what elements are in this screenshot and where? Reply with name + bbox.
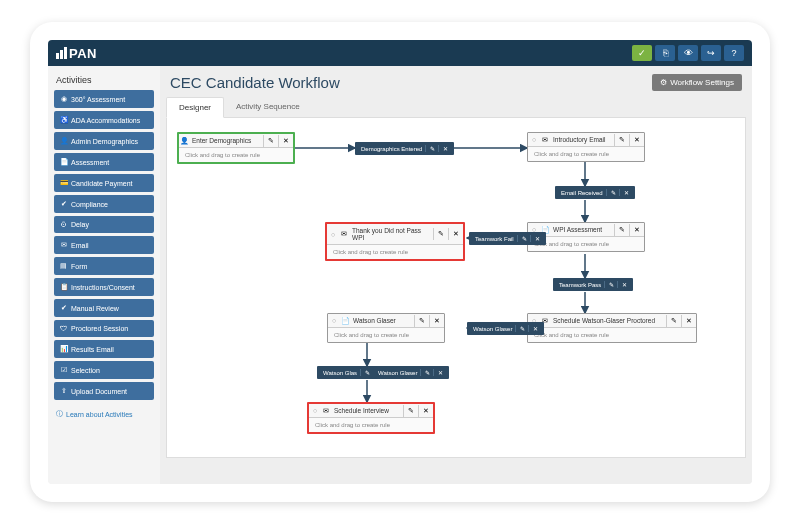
close-icon[interactable]: ✕ [617, 281, 627, 288]
sidebar-item-icon: ⏲ [60, 221, 67, 228]
sidebar-item-label: Proctored Session [71, 325, 128, 332]
node-watson-glaser[interactable]: ○📄Watson Glaser✎✕ Click and drag to crea… [327, 313, 445, 343]
sidebar-item-upload-document[interactable]: ⇪Upload Document [54, 382, 154, 400]
main-content: CEC Candidate Workflow ⚙ Workflow Settin… [160, 66, 752, 484]
close-icon[interactable]: ✕ [438, 145, 448, 152]
node-enter-demographics[interactable]: 👤Enter Demographics✎✕ Click and drag to … [177, 132, 295, 164]
tab-designer[interactable]: Designer [166, 97, 224, 118]
sidebar-item-email[interactable]: ✉Email [54, 236, 154, 254]
connector-arrows [167, 118, 745, 457]
edit-icon[interactable]: ✎ [604, 281, 614, 288]
connector-teamwork-fail[interactable]: Teamwork Fail✎✕ [469, 232, 546, 245]
sidebar-title: Activities [54, 72, 154, 90]
topbar-action-help[interactable]: ? [724, 45, 744, 61]
sidebar-item-form[interactable]: ▤Form [54, 257, 154, 275]
close-icon[interactable]: ✕ [418, 405, 433, 417]
topbar-action-share[interactable]: ↪ [701, 45, 721, 61]
page-title: CEC Candidate Workflow [170, 74, 340, 91]
edit-icon[interactable]: ✎ [517, 235, 527, 242]
edit-icon[interactable]: ✎ [360, 369, 370, 376]
edit-icon[interactable]: ✎ [614, 224, 629, 236]
sidebar-item-label: 360° Assessment [71, 96, 125, 103]
sidebar-item-label: Delay [71, 221, 89, 228]
connector-demographics-entered[interactable]: Demographics Entered✎✕ [355, 142, 454, 155]
close-icon[interactable]: ✕ [278, 135, 293, 147]
sidebar-item-label: Manual Review [71, 305, 119, 312]
sidebar-item-icon: ◉ [60, 95, 67, 103]
sidebar-item-icon: ⇪ [60, 387, 67, 395]
radio-icon[interactable]: ○ [328, 317, 340, 324]
info-icon: ⓘ [56, 409, 63, 419]
workflow-settings-button[interactable]: ⚙ Workflow Settings [652, 74, 742, 91]
mail-icon: ✉ [339, 230, 349, 238]
topbar-action-copy[interactable]: ⎘ [655, 45, 675, 61]
connector-watson-glaser-2[interactable]: Watson Glaser✎✕ [372, 366, 449, 379]
sidebar: Activities ◉360° Assessment♿ADA Accommod… [48, 66, 160, 484]
radio-icon[interactable]: ○ [327, 231, 339, 238]
sidebar-item-icon: 📋 [60, 283, 67, 291]
close-icon[interactable]: ✕ [433, 369, 443, 376]
sidebar-item-icon: ▤ [60, 262, 67, 270]
sidebar-item-label: Admin Demographics [71, 138, 138, 145]
edit-icon[interactable]: ✎ [666, 315, 681, 327]
edit-icon[interactable]: ✎ [414, 315, 429, 327]
edit-icon[interactable]: ✎ [420, 369, 430, 376]
connector-email-received[interactable]: Email Received✎✕ [555, 186, 635, 199]
sidebar-item-icon: 🛡 [60, 325, 67, 332]
edit-icon[interactable]: ✎ [425, 145, 435, 152]
sidebar-item-360-assessment[interactable]: ◉360° Assessment [54, 90, 154, 108]
close-icon[interactable]: ✕ [629, 224, 644, 236]
sidebar-item-proctored-session[interactable]: 🛡Proctored Session [54, 320, 154, 337]
edit-icon[interactable]: ✎ [263, 135, 278, 147]
edit-icon[interactable]: ✎ [433, 228, 448, 240]
sidebar-item-ada-accommodations[interactable]: ♿ADA Accommodations [54, 111, 154, 129]
mail-icon: ✉ [540, 136, 550, 144]
topbar-actions: ✓ ⎘ 👁 ↪ ? [632, 45, 744, 61]
connector-watson-glaser[interactable]: Watson Glaser✎✕ [467, 322, 544, 335]
tab-activity-sequence[interactable]: Activity Sequence [224, 97, 312, 117]
close-icon[interactable]: ✕ [528, 325, 538, 332]
node-did-not-pass-wpi[interactable]: ○✉Thank you Did not Pass WPI✎✕ Click and… [325, 222, 465, 261]
sidebar-item-label: Assessment [71, 159, 109, 166]
node-schedule-watson-glaser[interactable]: ○✉Schedule Watson-Glaser Proctored✎✕ Cli… [527, 313, 697, 343]
document-icon: 📄 [340, 317, 350, 325]
sidebar-item-results-email[interactable]: 📊Results Email [54, 340, 154, 358]
sidebar-item-icon: 📊 [60, 345, 67, 353]
sidebar-item-selection[interactable]: ☑Selection [54, 361, 154, 379]
sidebar-item-label: Compliance [71, 201, 108, 208]
node-schedule-interview[interactable]: ○✉Schedule Interview✎✕ Click and drag to… [307, 402, 435, 434]
close-icon[interactable]: ✕ [629, 134, 644, 146]
workflow-canvas[interactable]: 👤Enter Demographics✎✕ Click and drag to … [166, 118, 746, 458]
learn-activities-link[interactable]: ⓘ Learn about Activities [54, 403, 154, 425]
sidebar-item-admin-demographics[interactable]: 👤Admin Demographics [54, 132, 154, 150]
close-icon[interactable]: ✕ [530, 235, 540, 242]
sidebar-item-icon: ♿ [60, 116, 67, 124]
close-icon[interactable]: ✕ [448, 228, 463, 240]
close-icon[interactable]: ✕ [681, 315, 696, 327]
gear-icon: ⚙ [660, 78, 667, 87]
sidebar-item-compliance[interactable]: ✔Compliance [54, 195, 154, 213]
topbar-action-check[interactable]: ✓ [632, 45, 652, 61]
logo-text: PAN [69, 46, 97, 61]
sidebar-item-label: Instructions/Consent [71, 284, 135, 291]
close-icon[interactable]: ✕ [619, 189, 629, 196]
sidebar-item-candidate-payment[interactable]: 💳Candidate Payment [54, 174, 154, 192]
sidebar-item-icon: 💳 [60, 179, 67, 187]
sidebar-item-manual-review[interactable]: ✔Manual Review [54, 299, 154, 317]
node-introductory-email[interactable]: ○✉Introductory Email✎✕ Click and drag to… [527, 132, 645, 162]
edit-icon[interactable]: ✎ [403, 405, 418, 417]
close-icon[interactable]: ✕ [429, 315, 444, 327]
sidebar-item-instructions-consent[interactable]: 📋Instructions/Consent [54, 278, 154, 296]
topbar-action-view[interactable]: 👁 [678, 45, 698, 61]
tabs: Designer Activity Sequence [166, 97, 746, 118]
sidebar-item-assessment[interactable]: 📄Assessment [54, 153, 154, 171]
sidebar-item-icon: ✔ [60, 200, 67, 208]
sidebar-item-icon: ✉ [60, 241, 67, 249]
edit-icon[interactable]: ✎ [614, 134, 629, 146]
connector-teamwork-pass[interactable]: Teamwork Pass✎✕ [553, 278, 633, 291]
radio-icon[interactable]: ○ [309, 407, 321, 414]
edit-icon[interactable]: ✎ [515, 325, 525, 332]
edit-icon[interactable]: ✎ [606, 189, 616, 196]
radio-icon[interactable]: ○ [528, 136, 540, 143]
sidebar-item-delay[interactable]: ⏲Delay [54, 216, 154, 233]
